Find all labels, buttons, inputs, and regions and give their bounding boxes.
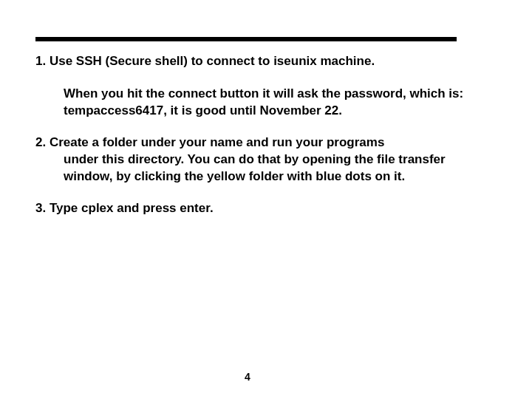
divider-bar <box>35 37 457 41</box>
slide: 1. Use SSH (Secure shell) to connect to … <box>0 0 532 399</box>
list-item-2-title: 2. Create a folder under your name and r… <box>35 134 471 151</box>
list-item-1-body: When you hit the connect button it will … <box>35 86 471 120</box>
list-item-1-title: 1. Use SSH (Secure shell) to connect to … <box>35 53 471 69</box>
list-item-2: 2. Create a folder under your name and r… <box>35 134 471 185</box>
list-item-3: 3. Type cplex and press enter. <box>35 200 471 217</box>
content-area: 1. Use SSH (Secure shell) to connect to … <box>35 53 471 217</box>
list-item-2-body: under this directory. You can do that by… <box>35 151 471 185</box>
page-number: 4 <box>0 371 532 383</box>
page-number-value: 4 <box>245 371 250 383</box>
